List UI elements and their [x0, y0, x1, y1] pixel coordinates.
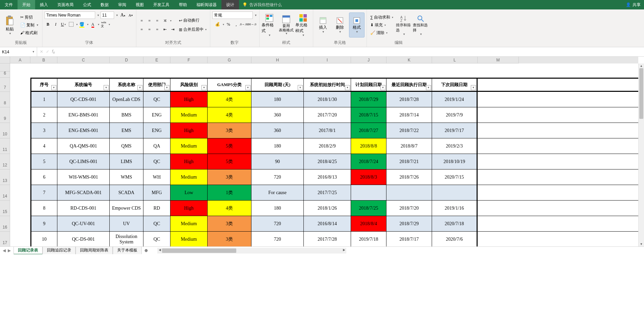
table-row[interactable]: 4QA-QMS-001QMSQAMedium5类1802018/2/92018/…	[30, 138, 638, 154]
align-top-button[interactable]: ≡	[138, 17, 145, 24]
share-button[interactable]: 👤 共享	[622, 0, 644, 9]
ribbon-tab-6[interactable]: 审阅	[113, 0, 131, 9]
col-header-I[interactable]: I	[304, 57, 351, 63]
table-cell[interactable]: 720	[251, 216, 304, 231]
font-size-select[interactable]	[101, 11, 114, 19]
table-cell[interactable]: 10	[30, 232, 57, 246]
table-cell[interactable]: QC-LIMS-001	[57, 154, 110, 169]
ribbon-tab-1[interactable]: 开始	[18, 0, 35, 9]
table-cell[interactable]: 180	[251, 138, 304, 154]
table-cell[interactable]: 4类	[208, 201, 251, 216]
table-cell[interactable]: EMS	[110, 123, 143, 138]
format-painter-button[interactable]: 🖌格式刷	[19, 29, 40, 36]
indent-inc-button[interactable]: ⇥	[169, 26, 176, 33]
autosum-button[interactable]: ∑自动求和▾	[369, 14, 395, 21]
scroll-down-icon[interactable]: ▼	[639, 242, 644, 246]
enter-formula-icon[interactable]: ✓	[46, 49, 49, 54]
copy-button[interactable]: 📄复制▼	[19, 22, 40, 29]
table-format-button[interactable]: 套用 表格格式▼	[278, 12, 294, 37]
table-cell[interactable]: 2016/8/13	[304, 169, 351, 185]
phonetic-button[interactable]: wén文	[100, 21, 107, 28]
table-cell[interactable]: 8	[30, 201, 57, 216]
table-cell[interactable]: For cause	[251, 185, 304, 200]
table-cell[interactable]: ENG	[143, 123, 170, 138]
align-middle-button[interactable]: ≡	[146, 17, 153, 24]
col-header-F[interactable]: F	[170, 57, 208, 63]
table-cell[interactable]: 5类	[208, 138, 251, 154]
table-cell[interactable]: 4类	[208, 107, 251, 123]
table-cell[interactable]: ENG-BMS-001	[57, 107, 110, 123]
table-cell[interactable]: 6	[30, 169, 57, 185]
table-cell[interactable]: 2018/7/26	[386, 169, 432, 185]
fill-button[interactable]: ⬇填充▾	[369, 22, 395, 29]
row-header[interactable]: 14	[0, 185, 10, 201]
col-header-B[interactable]: B	[30, 57, 57, 63]
row-header[interactable]: 8	[0, 92, 10, 107]
ribbon-tab-7[interactable]: 视图	[131, 0, 149, 9]
horizontal-scrollbar[interactable]: ◀ ▶	[157, 248, 346, 254]
table-cell[interactable]: QC-CDS-001	[57, 92, 110, 107]
percent-button[interactable]: %	[225, 21, 232, 28]
table-cell[interactable]: Medium	[170, 107, 208, 123]
table-cell[interactable]: 2019/7/9	[432, 107, 478, 123]
col-header-L[interactable]: L	[432, 57, 478, 63]
table-cell[interactable]: 1	[30, 92, 57, 107]
table-cell[interactable]: 1类	[208, 185, 251, 200]
table-cell[interactable]: Medium	[170, 232, 208, 246]
sheet-tab[interactable]: 回顾周期矩阵表	[76, 247, 113, 255]
table-cell[interactable]: 3类	[208, 169, 251, 185]
table-cell[interactable]: 180	[251, 201, 304, 216]
font-name-select[interactable]	[45, 11, 95, 19]
cut-button[interactable]: ✂剪切	[19, 14, 40, 21]
table-cell[interactable]: 2019/1/24	[432, 92, 478, 107]
col-header-D[interactable]: D	[110, 57, 143, 63]
row-header[interactable]: 9	[0, 107, 10, 123]
table-cell[interactable]: Empower CDS	[110, 201, 143, 216]
filter-button[interactable]: ▼	[426, 85, 431, 90]
filter-button[interactable]: ▼	[104, 85, 109, 90]
table-cell[interactable]: QMS	[110, 138, 143, 154]
table-cell[interactable]: 2018/7/20	[386, 201, 432, 216]
table-cell[interactable]: 2017/7/28	[304, 232, 351, 246]
fill-color-button[interactable]: 🪣	[79, 21, 85, 28]
table-row[interactable]: 10QC-DS-001Dissolution SystemQCMedium3类7…	[30, 232, 638, 246]
align-left-button[interactable]: ≡	[138, 26, 145, 33]
table-cell[interactable]: 360	[251, 123, 304, 138]
ribbon-tab-8[interactable]: 开发工具	[149, 0, 174, 9]
table-row[interactable]: 1QC-CDS-001OpenLab CDSQCHigh4类1802018/1/…	[30, 92, 638, 107]
sheet-tab[interactable]: 关于本模板	[113, 247, 142, 255]
table-row[interactable]: 8RD-CDS-001Empower CDSRDHigh4类1802018/1/…	[30, 201, 638, 216]
table-cell[interactable]: 2018/7/21	[386, 154, 432, 169]
table-cell[interactable]: QA	[143, 138, 170, 154]
format-cells-button[interactable]: 格式▼	[349, 12, 365, 37]
find-select-button[interactable]: 查找和选择▼	[413, 12, 428, 37]
table-row[interactable]: 5QC-LIMS-001LIMSQCHigh5类902018/4/252018/…	[30, 154, 638, 169]
row-header[interactable]: 7	[0, 78, 10, 92]
table-cell[interactable]: 2018/7/28	[386, 92, 432, 107]
underline-button[interactable]: U▾	[60, 21, 67, 28]
row-header[interactable]: 16	[0, 216, 10, 232]
align-bottom-button[interactable]: ≡	[154, 17, 161, 24]
table-cell[interactable]: 5类	[208, 154, 251, 169]
table-cell[interactable]: 2020/7/18	[432, 216, 478, 231]
ribbon-tab-2[interactable]: 插入	[35, 0, 53, 9]
hscroll-left-icon[interactable]: ◀	[157, 248, 162, 252]
ribbon-tab-0[interactable]: 文件	[0, 0, 18, 9]
filter-button[interactable]: ▼	[245, 85, 250, 90]
table-cell[interactable]: 2018/2/9	[304, 138, 351, 154]
insert-cells-button[interactable]: 插入▼	[315, 12, 331, 37]
table-cell[interactable]	[386, 185, 432, 200]
table-cell[interactable]: Medium	[170, 216, 208, 231]
table-cell[interactable]: OpenLab CDS	[110, 92, 143, 107]
border-button[interactable]	[69, 22, 74, 27]
table-cell[interactable]: 180	[251, 92, 304, 107]
row-header[interactable]: 6	[0, 72, 10, 78]
clear-button[interactable]: 🧹清除▾	[369, 29, 395, 36]
hscroll-thumb[interactable]	[162, 248, 236, 253]
table-cell[interactable]: 2018/7/22	[386, 123, 432, 138]
col-header-M[interactable]: M	[478, 57, 519, 63]
table-cell[interactable]: High	[170, 201, 208, 216]
table-cell[interactable]: 2018/7/25	[351, 201, 386, 216]
table-cell[interactable]: 5	[30, 154, 57, 169]
sheet-nav-next-icon[interactable]: ▶	[8, 248, 11, 253]
